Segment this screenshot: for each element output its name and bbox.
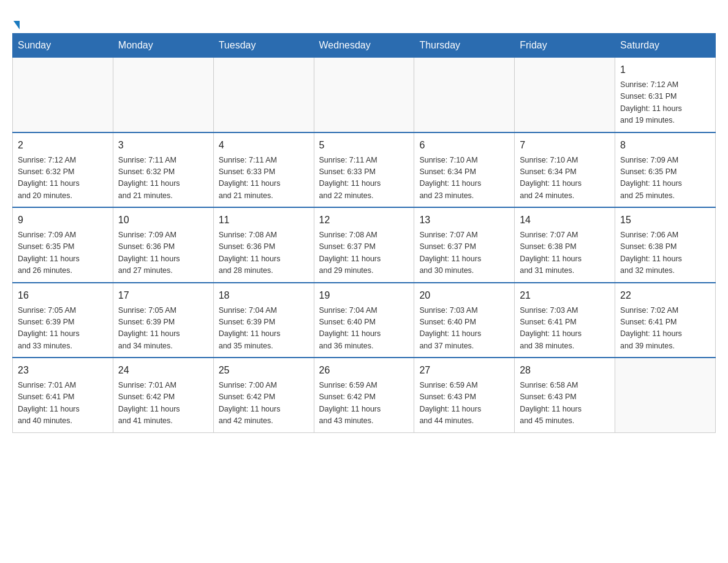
calendar-cell: 23Sunrise: 7:01 AMSunset: 6:41 PMDayligh…	[13, 358, 113, 432]
day-number: 17	[118, 288, 208, 303]
day-info: Sunrise: 7:09 AMSunset: 6:35 PMDaylight:…	[18, 229, 108, 277]
day-info: Sunrise: 7:09 AMSunset: 6:35 PMDaylight:…	[620, 155, 710, 202]
day-number: 18	[219, 288, 309, 303]
day-info: Sunrise: 6:59 AMSunset: 6:43 PMDaylight:…	[419, 380, 509, 427]
calendar-week-1: 2Sunrise: 7:12 AMSunset: 6:32 PMDaylight…	[13, 132, 716, 208]
day-number: 23	[18, 363, 108, 378]
day-number: 25	[219, 363, 309, 378]
day-info: Sunrise: 7:01 AMSunset: 6:42 PMDaylight:…	[118, 380, 208, 427]
day-info: Sunrise: 7:12 AMSunset: 6:31 PMDaylight:…	[620, 79, 710, 127]
calendar-cell	[515, 58, 615, 132]
calendar-cell: 13Sunrise: 7:07 AMSunset: 6:37 PMDayligh…	[414, 207, 515, 283]
day-info: Sunrise: 7:11 AMSunset: 6:33 PMDaylight:…	[219, 155, 309, 202]
weekday-header-row: SundayMondayTuesdayWednesdayThursdayFrid…	[13, 34, 716, 58]
calendar-week-4: 23Sunrise: 7:01 AMSunset: 6:41 PMDayligh…	[13, 358, 716, 432]
calendar-cell: 11Sunrise: 7:08 AMSunset: 6:36 PMDayligh…	[213, 207, 314, 283]
calendar-cell: 5Sunrise: 7:11 AMSunset: 6:33 PMDaylight…	[314, 132, 414, 208]
calendar-cell: 4Sunrise: 7:11 AMSunset: 6:33 PMDaylight…	[213, 132, 314, 208]
calendar-cell: 16Sunrise: 7:05 AMSunset: 6:39 PMDayligh…	[13, 283, 113, 358]
calendar-cell	[414, 58, 515, 132]
calendar-cell: 7Sunrise: 7:10 AMSunset: 6:34 PMDaylight…	[515, 132, 615, 208]
day-number: 15	[620, 213, 710, 228]
day-number: 10	[118, 213, 208, 228]
calendar-week-3: 16Sunrise: 7:05 AMSunset: 6:39 PMDayligh…	[13, 283, 716, 358]
day-info: Sunrise: 7:04 AMSunset: 6:39 PMDaylight:…	[219, 305, 309, 353]
day-info: Sunrise: 7:05 AMSunset: 6:39 PMDaylight:…	[118, 305, 208, 353]
day-number: 22	[620, 288, 710, 303]
day-info: Sunrise: 7:11 AMSunset: 6:33 PMDaylight:…	[319, 155, 409, 202]
day-info: Sunrise: 7:04 AMSunset: 6:40 PMDaylight:…	[319, 305, 409, 353]
day-number: 2	[18, 138, 108, 153]
day-number: 27	[419, 363, 509, 378]
logo-arrow-icon	[13, 21, 20, 29]
day-number: 21	[520, 288, 610, 303]
calendar-cell: 1Sunrise: 7:12 AMSunset: 6:31 PMDaylight…	[615, 58, 716, 132]
day-info: Sunrise: 7:01 AMSunset: 6:41 PMDaylight:…	[18, 380, 108, 427]
calendar-cell: 18Sunrise: 7:04 AMSunset: 6:39 PMDayligh…	[213, 283, 314, 358]
day-number: 7	[520, 138, 610, 153]
logo	[12, 12, 20, 27]
calendar-cell: 9Sunrise: 7:09 AMSunset: 6:35 PMDaylight…	[13, 207, 113, 283]
day-number: 11	[219, 213, 309, 228]
calendar-week-2: 9Sunrise: 7:09 AMSunset: 6:35 PMDaylight…	[13, 207, 716, 283]
day-info: Sunrise: 6:58 AMSunset: 6:43 PMDaylight:…	[520, 380, 610, 427]
day-number: 26	[319, 363, 409, 378]
calendar-cell	[314, 58, 414, 132]
weekday-header-tuesday: Tuesday	[213, 34, 314, 58]
day-info: Sunrise: 7:07 AMSunset: 6:38 PMDaylight:…	[520, 229, 610, 277]
day-number: 19	[319, 288, 409, 303]
day-info: Sunrise: 7:03 AMSunset: 6:41 PMDaylight:…	[520, 305, 610, 353]
day-info: Sunrise: 7:06 AMSunset: 6:38 PMDaylight:…	[620, 229, 710, 277]
logo-text	[12, 12, 20, 32]
calendar-cell	[13, 58, 113, 132]
calendar-cell: 25Sunrise: 7:00 AMSunset: 6:42 PMDayligh…	[213, 358, 314, 432]
weekday-header-sunday: Sunday	[13, 34, 113, 58]
calendar-cell	[615, 358, 716, 432]
day-info: Sunrise: 7:08 AMSunset: 6:37 PMDaylight:…	[319, 229, 409, 277]
weekday-header-monday: Monday	[113, 34, 213, 58]
day-number: 4	[219, 138, 309, 153]
day-info: Sunrise: 7:12 AMSunset: 6:32 PMDaylight:…	[18, 155, 108, 202]
day-info: Sunrise: 7:03 AMSunset: 6:40 PMDaylight:…	[419, 305, 509, 353]
calendar-cell	[113, 58, 213, 132]
day-info: Sunrise: 7:11 AMSunset: 6:32 PMDaylight:…	[118, 155, 208, 202]
calendar-cell: 21Sunrise: 7:03 AMSunset: 6:41 PMDayligh…	[515, 283, 615, 358]
day-number: 16	[18, 288, 108, 303]
day-number: 6	[419, 138, 509, 153]
day-number: 28	[520, 363, 610, 378]
weekday-header-friday: Friday	[515, 34, 615, 58]
day-info: Sunrise: 7:08 AMSunset: 6:36 PMDaylight:…	[219, 229, 309, 277]
calendar-cell: 6Sunrise: 7:10 AMSunset: 6:34 PMDaylight…	[414, 132, 515, 208]
day-info: Sunrise: 7:07 AMSunset: 6:37 PMDaylight:…	[419, 229, 509, 277]
calendar-cell: 8Sunrise: 7:09 AMSunset: 6:35 PMDaylight…	[615, 132, 716, 208]
calendar-cell: 28Sunrise: 6:58 AMSunset: 6:43 PMDayligh…	[515, 358, 615, 432]
calendar-cell: 15Sunrise: 7:06 AMSunset: 6:38 PMDayligh…	[615, 207, 716, 283]
calendar-cell: 24Sunrise: 7:01 AMSunset: 6:42 PMDayligh…	[113, 358, 213, 432]
day-number: 13	[419, 213, 509, 228]
calendar-cell: 12Sunrise: 7:08 AMSunset: 6:37 PMDayligh…	[314, 207, 414, 283]
calendar-cell: 26Sunrise: 6:59 AMSunset: 6:42 PMDayligh…	[314, 358, 414, 432]
calendar-cell: 10Sunrise: 7:09 AMSunset: 6:36 PMDayligh…	[113, 207, 213, 283]
day-number: 9	[18, 213, 108, 228]
day-info: Sunrise: 7:09 AMSunset: 6:36 PMDaylight:…	[118, 229, 208, 277]
day-info: Sunrise: 7:10 AMSunset: 6:34 PMDaylight:…	[419, 155, 509, 202]
day-number: 8	[620, 138, 710, 153]
day-info: Sunrise: 7:02 AMSunset: 6:41 PMDaylight:…	[620, 305, 710, 353]
calendar-cell: 20Sunrise: 7:03 AMSunset: 6:40 PMDayligh…	[414, 283, 515, 358]
calendar-cell: 27Sunrise: 6:59 AMSunset: 6:43 PMDayligh…	[414, 358, 515, 432]
calendar-table: SundayMondayTuesdayWednesdayThursdayFrid…	[12, 33, 716, 433]
weekday-header-wednesday: Wednesday	[314, 34, 414, 58]
day-info: Sunrise: 7:10 AMSunset: 6:34 PMDaylight:…	[520, 155, 610, 202]
day-number: 5	[319, 138, 409, 153]
calendar-cell: 14Sunrise: 7:07 AMSunset: 6:38 PMDayligh…	[515, 207, 615, 283]
day-number: 1	[620, 63, 710, 77]
page-header	[12, 12, 716, 27]
day-number: 3	[118, 138, 208, 153]
calendar-cell: 3Sunrise: 7:11 AMSunset: 6:32 PMDaylight…	[113, 132, 213, 208]
calendar-week-0: 1Sunrise: 7:12 AMSunset: 6:31 PMDaylight…	[13, 58, 716, 132]
calendar-cell: 17Sunrise: 7:05 AMSunset: 6:39 PMDayligh…	[113, 283, 213, 358]
day-info: Sunrise: 7:05 AMSunset: 6:39 PMDaylight:…	[18, 305, 108, 353]
weekday-header-saturday: Saturday	[615, 34, 716, 58]
day-number: 20	[419, 288, 509, 303]
day-number: 12	[319, 213, 409, 228]
